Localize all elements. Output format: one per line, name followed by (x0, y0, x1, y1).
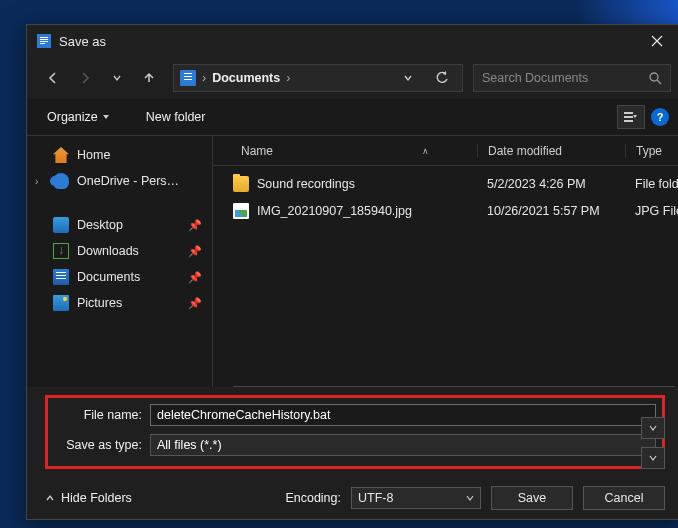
pin-icon: 📌 (188, 219, 202, 232)
saveastype-dropdown[interactable] (641, 447, 665, 469)
close-button[interactable] (641, 25, 673, 57)
filename-label: File name: (54, 408, 142, 422)
column-type[interactable]: Type (625, 144, 670, 158)
sidebar-item-desktop[interactable]: Desktop 📌 (27, 212, 212, 238)
organize-menu[interactable]: Organize (41, 106, 116, 128)
svg-rect-4 (40, 43, 45, 44)
address-dropdown[interactable] (394, 64, 422, 92)
svg-rect-3 (40, 41, 48, 42)
folder-icon (233, 176, 249, 192)
file-list-pane: Name ∧ Date modified Type Sound recordin… (213, 136, 678, 387)
file-row[interactable]: IMG_20210907_185940.jpg 10/26/2021 5:57 … (213, 197, 678, 224)
encoding-label: Encoding: (285, 491, 341, 505)
titlebar: Save as (27, 25, 678, 57)
filename-dropdown[interactable] (641, 417, 665, 439)
saveastype-select[interactable]: All files (*.*) (150, 434, 656, 456)
desktop-icon (53, 217, 69, 233)
column-headers: Name ∧ Date modified Type (213, 136, 678, 166)
sidebar-item-pictures[interactable]: Pictures 📌 (27, 290, 212, 316)
column-name[interactable]: Name ∧ (233, 144, 477, 158)
hide-folders-toggle[interactable]: Hide Folders (45, 491, 132, 505)
file-row[interactable]: Sound recordings 5/2/2023 4:26 PM File f… (213, 170, 678, 197)
breadcrumb-location[interactable]: Documents (212, 71, 280, 85)
filename-input[interactable]: deleteChromeCacheHistory.bat (150, 404, 656, 426)
up-button[interactable] (135, 64, 163, 92)
sidebar-item-documents[interactable]: Documents 📌 (27, 264, 212, 290)
home-icon (53, 147, 69, 163)
chevron-right-icon[interactable]: › (35, 176, 45, 187)
recent-dropdown[interactable] (103, 64, 131, 92)
search-input[interactable]: Search Documents (473, 64, 671, 92)
documents-icon (180, 70, 196, 86)
sidebar-item-onedrive[interactable]: › OneDrive - Pers… (27, 168, 212, 194)
search-placeholder: Search Documents (482, 71, 588, 85)
new-folder-button[interactable]: New folder (140, 106, 212, 128)
saveastype-label: Save as type: (54, 438, 142, 452)
forward-button[interactable] (71, 64, 99, 92)
sort-ascending-icon: ∧ (422, 146, 429, 156)
svg-point-5 (650, 73, 658, 81)
image-file-icon (233, 203, 249, 219)
pictures-icon (53, 295, 69, 311)
bottom-bar: Hide Folders Encoding: UTF-8 Save Cancel (27, 477, 678, 519)
view-options-button[interactable] (617, 105, 645, 129)
chevron-right-icon[interactable]: › (286, 71, 290, 85)
documents-icon (53, 269, 69, 285)
encoding-select[interactable]: UTF-8 (351, 487, 481, 509)
pin-icon: 📌 (188, 271, 202, 284)
dialog-doc-icon (37, 34, 51, 48)
sidebar-item-home[interactable]: Home (27, 142, 212, 168)
highlight-box: File name: deleteChromeCacheHistory.bat … (45, 395, 665, 469)
column-date[interactable]: Date modified (477, 144, 625, 158)
navigation-bar: › Documents › Search Documents (27, 57, 678, 99)
back-button[interactable] (39, 64, 67, 92)
dialog-title: Save as (59, 34, 641, 49)
save-button[interactable]: Save (491, 486, 573, 510)
download-icon (53, 243, 69, 259)
svg-rect-6 (624, 112, 633, 114)
pin-icon: 📌 (188, 245, 202, 258)
toolbar: Organize New folder ? (27, 99, 678, 135)
search-icon (649, 72, 662, 85)
help-button[interactable]: ? (651, 108, 669, 126)
refresh-button[interactable] (428, 64, 456, 92)
cancel-button[interactable]: Cancel (583, 486, 665, 510)
sidebar-item-downloads[interactable]: Downloads 📌 (27, 238, 212, 264)
navigation-pane: Home › OneDrive - Pers… Desktop 📌 Downlo… (27, 136, 213, 387)
svg-rect-1 (40, 37, 48, 38)
svg-rect-8 (624, 120, 633, 122)
save-as-dialog: Save as › Documents › Search Documents O… (26, 24, 678, 520)
pin-icon: 📌 (188, 297, 202, 310)
cloud-icon (53, 173, 69, 189)
chevron-right-icon: › (202, 71, 206, 85)
address-bar[interactable]: › Documents › (173, 64, 463, 92)
svg-rect-2 (40, 39, 48, 40)
svg-rect-7 (624, 116, 633, 118)
